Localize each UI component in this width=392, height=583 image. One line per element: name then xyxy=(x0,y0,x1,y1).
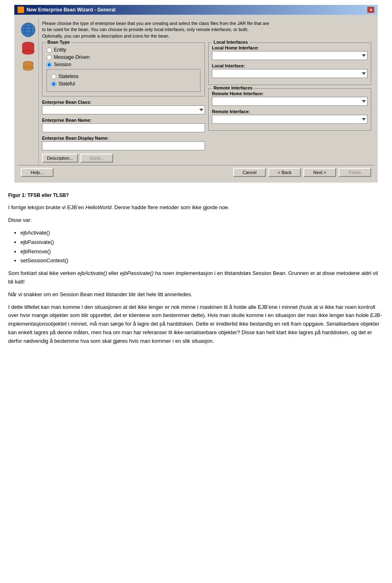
description-button[interactable]: Description... xyxy=(42,154,78,163)
local-interface-label: Local Interface: xyxy=(212,63,368,68)
method-list: ejbActivate() ejbPassivate() ejbRemove()… xyxy=(20,229,384,265)
bean-type-legend: Bean Type xyxy=(46,40,71,45)
remote-interfaces-legend: Remote Interfaces xyxy=(212,85,254,90)
paragraph1-start: I forrige leksjon brukte vi EJB’en xyxy=(8,204,85,210)
bullet-item-2: ejbPassivate() xyxy=(20,238,384,247)
dialog-window: New Enterprise Bean Wizard - General ✕ xyxy=(14,5,378,183)
intro-text: Please choose the type of enterprise bea… xyxy=(42,20,371,39)
bean-name-field-row: Enterprise Bean Name: xyxy=(42,118,205,132)
local-home-interface-field-row: Local Home Interface: xyxy=(212,45,368,60)
finish-button[interactable]: Finish xyxy=(339,168,371,177)
svg-point-7 xyxy=(22,50,34,54)
session-radio-row: Session xyxy=(47,62,200,67)
two-col-layout: Bean Type Entity Message-Driven xyxy=(42,42,371,163)
bottom-bar-right: Cancel < Back Next > Finish xyxy=(233,168,371,177)
paragraph2-italic2: ejbPassivate() xyxy=(120,270,154,276)
remote-interface-select[interactable] xyxy=(212,115,368,124)
bean-class-label: Enterprise Bean Class: xyxy=(42,100,205,105)
local-interface-select[interactable] xyxy=(212,69,368,78)
cup-icon xyxy=(22,60,34,72)
dialog-body: Please choose the type of enterprise bea… xyxy=(14,15,378,183)
stateless-radio[interactable] xyxy=(51,74,56,79)
cancel-button[interactable]: Cancel xyxy=(233,168,266,177)
remote-interface-label: Remote Interface: xyxy=(212,109,368,114)
message-driven-label: Message-Driven xyxy=(54,54,89,60)
figure-caption: Figur 1: TFSB eller TLSB? xyxy=(8,192,384,199)
stateful-radio-row: Stateful xyxy=(51,81,196,87)
bullet-item-3: ejbRemove() xyxy=(20,248,384,256)
entity-radio[interactable] xyxy=(47,47,52,53)
paragraph2-italic1: ejbActivate() xyxy=(78,270,107,276)
remote-home-interface-label: Remote Home Interface: xyxy=(212,91,368,96)
back-button[interactable]: < Back xyxy=(268,168,301,177)
dialog-title: New Enterprise Bean Wizard - General xyxy=(27,7,116,13)
right-column: Local Interfaces Local Home Interface: L… xyxy=(208,42,371,163)
dialog-main-layout: Please choose the type of enterprise bea… xyxy=(18,18,374,165)
session-label: Session xyxy=(54,62,71,67)
paragraph4-start: I dette tilfellet kan man komme i den si… xyxy=(8,304,375,319)
session-radio[interactable] xyxy=(47,62,52,67)
session-subgroup: Stateless Stateful xyxy=(47,69,200,92)
paragraph1-end: . Denne hadde flere metoder som ikke gjo… xyxy=(111,204,229,210)
bean-name-input[interactable] xyxy=(42,123,205,132)
stateful-label: Stateful xyxy=(58,81,75,87)
message-driven-radio[interactable] xyxy=(47,55,52,60)
bean-class-field-row: Enterprise Bean Class: xyxy=(42,100,205,114)
paragraph1: I forrige leksjon brukte vi EJB’en Hello… xyxy=(8,203,384,212)
globe-icon xyxy=(20,22,36,38)
container-icon xyxy=(22,41,35,57)
paragraph2: Som forklart skal ikke verken ejbActivat… xyxy=(8,269,384,286)
paragraph2-start: Som forklart skal ikke verken xyxy=(8,270,78,276)
bean-type-group: Bean Type Entity Message-Driven xyxy=(42,42,205,96)
left-column: Bean Type Entity Message-Driven xyxy=(42,42,205,163)
paragraph3: Når vi snakker om en Session Bean med ti… xyxy=(8,290,384,299)
local-home-interface-select[interactable] xyxy=(212,51,368,60)
help-button-area: Help... xyxy=(21,168,53,177)
icons-button[interactable]: Icons... xyxy=(80,154,113,163)
page-content: Figur 1: TFSB eller TLSB? I forrige leks… xyxy=(0,188,392,353)
next-button[interactable]: Next > xyxy=(303,168,336,177)
bean-display-name-label: Enterprise Bean Display Name: xyxy=(42,136,205,141)
intro-line2: to be used for the bean. You can choose … xyxy=(42,27,371,33)
intro-line1: Please choose the type of enterprise bea… xyxy=(42,20,371,27)
bean-display-name-field-row: Enterprise Bean Display Name: xyxy=(42,136,205,150)
message-driven-radio-row: Message-Driven xyxy=(47,54,200,60)
remote-home-interface-select[interactable] xyxy=(212,97,368,106)
dialog-right-content: Please choose the type of enterprise bea… xyxy=(39,18,374,165)
bean-name-label: Enterprise Bean Name: xyxy=(42,118,205,123)
titlebar-left: New Enterprise Bean Wizard - General xyxy=(18,7,116,13)
bean-class-select[interactable] xyxy=(42,105,205,114)
close-button[interactable]: ✕ xyxy=(367,7,374,13)
bullet-item-1: ejbActivate() xyxy=(20,229,384,237)
local-interfaces-group: Local Interfaces Local Home Interface: L… xyxy=(208,42,371,85)
dialog-left-icons xyxy=(18,18,39,165)
entity-label: Entity xyxy=(54,47,66,53)
intro-line3: Optionally, you can provide a descriptio… xyxy=(42,33,371,39)
stateless-radio-row: Stateless xyxy=(51,74,196,79)
svg-point-12 xyxy=(23,67,33,70)
paragraph1-italic: HelloWorld xyxy=(85,204,111,210)
local-interfaces-legend: Local Interfaces xyxy=(212,40,249,45)
stateful-radio[interactable] xyxy=(51,81,56,87)
remote-interfaces-group: Remote Interfaces Remote Home Interface:… xyxy=(208,88,371,131)
remote-interface-field-row: Remote Interface: xyxy=(212,109,368,124)
paragraph4: I dette tilfellet kan man komme i den si… xyxy=(8,303,384,346)
entity-radio-row: Entity xyxy=(47,47,200,53)
remote-home-interface-field-row: Remote Home Interface: xyxy=(212,91,368,106)
paragraph2-mid: eller xyxy=(107,270,120,276)
dialog-bottom-bar: Help... Cancel < Back Next > Finish xyxy=(18,165,374,179)
help-button[interactable]: Help... xyxy=(21,168,53,177)
disse-var-text: Disse var: xyxy=(8,216,384,225)
local-home-interface-label: Local Home Interface: xyxy=(212,45,368,50)
bean-display-name-input[interactable] xyxy=(42,141,205,150)
stateless-label: Stateless xyxy=(58,74,78,79)
titlebar-app-icon xyxy=(18,7,24,13)
bullet-item-4: setSessionContext() xyxy=(20,257,384,265)
desc-icons-button-row: Description... Icons... xyxy=(42,154,205,163)
local-interface-field-row: Local Interface: xyxy=(212,63,368,78)
dialog-titlebar: New Enterprise Bean Wizard - General ✕ xyxy=(14,5,378,15)
